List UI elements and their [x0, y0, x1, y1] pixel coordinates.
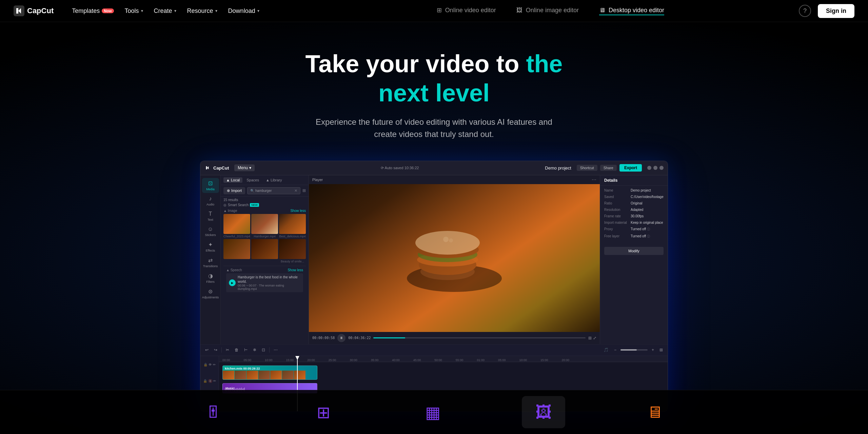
- bottom-nav-item-4[interactable]: 🖼: [522, 396, 565, 428]
- bottom-nav-item-5[interactable]: 🖥: [633, 396, 676, 428]
- clip-thumbnail: [270, 371, 282, 380]
- lock-icon[interactable]: 🔒: [203, 363, 208, 367]
- crop-button[interactable]: ⊡: [260, 347, 267, 353]
- bottom-nav-item-2[interactable]: ⊞: [303, 396, 344, 429]
- speech-item[interactable]: ▶ Hamburger is the best food in the whol…: [226, 273, 303, 292]
- grid-view-icon[interactable]: ⊞: [302, 188, 306, 193]
- spaces-tab[interactable]: Spaces: [244, 177, 262, 183]
- share-button[interactable]: Share: [600, 165, 617, 171]
- redo-button[interactable]: ↪: [213, 347, 219, 353]
- speech-show-less-link[interactable]: Show less: [288, 268, 303, 272]
- smart-search-label: ◎ Smart Search NEW: [223, 203, 306, 207]
- speech-play-button[interactable]: ▶: [229, 279, 236, 286]
- time-total: 00:04:36:22: [348, 336, 371, 340]
- media-panel: ▲ Local Spaces ▲ Library ⊕ Import 🔍 hamb…: [221, 175, 309, 344]
- signin-button[interactable]: Sign in: [818, 4, 854, 18]
- logo[interactable]: CapCut: [14, 5, 54, 16]
- search-close-icon[interactable]: ✕: [294, 189, 297, 193]
- audio-track-icon[interactable]: 🎵: [602, 347, 610, 353]
- nav-resource[interactable]: Resource ▾: [182, 5, 222, 17]
- mute-icon[interactable]: 🔇: [208, 379, 212, 383]
- video-content: [309, 184, 600, 332]
- import-button[interactable]: ⊕ Import: [223, 187, 245, 194]
- editor-menu-button[interactable]: Menu ▾: [234, 164, 255, 171]
- player-options-icon[interactable]: ⋯: [592, 177, 596, 182]
- nav-online-image-editor[interactable]: 🖼 Online image editor: [516, 7, 579, 15]
- split-button[interactable]: ⊢: [243, 347, 249, 353]
- list-item[interactable]: Hamburger.mp4: [251, 214, 278, 238]
- media-thumbnail[interactable]: [251, 239, 278, 259]
- list-item[interactable]: Best_delicious.mp4: [279, 214, 306, 238]
- fullscreen-button[interactable]: ⤢: [593, 336, 596, 340]
- media-icon: ⊡: [208, 180, 213, 186]
- help-button[interactable]: ?: [799, 5, 811, 17]
- filters-tab[interactable]: ◑ Filters: [202, 271, 219, 285]
- edit-icon[interactable]: ✏: [213, 363, 216, 367]
- player-label-text: Player: [312, 178, 323, 182]
- nav-templates[interactable]: Templates Now: [67, 5, 118, 17]
- list-item[interactable]: [223, 239, 250, 263]
- speech-subtext: 00:06 ~ 00:07 · The woman eating dumplin…: [238, 284, 300, 291]
- audio-edit-icon[interactable]: ✏: [213, 379, 216, 383]
- freeze-button[interactable]: ❄: [252, 347, 258, 353]
- media-grid: Cheerful_2023.mp4 Hamburger.mp4 Best_del…: [223, 214, 306, 263]
- media-thumbnail[interactable]: [223, 239, 250, 259]
- media-thumbnail[interactable]: [279, 239, 306, 259]
- speech-section-header: ▲ Speech Show less: [226, 268, 303, 272]
- transitions-tab[interactable]: ⇄ Transitions: [202, 255, 219, 270]
- nav-create[interactable]: Create ▾: [149, 5, 181, 17]
- export-button[interactable]: Export: [619, 164, 642, 172]
- detail-import-row: Import material Keep in original place: [604, 221, 664, 224]
- media-search-bar[interactable]: 🔍 hamburger ✕: [247, 187, 300, 194]
- undo-button[interactable]: ↩: [204, 347, 210, 353]
- close-button[interactable]: [659, 166, 664, 170]
- zoom-slider[interactable]: [620, 349, 648, 351]
- stickers-tab[interactable]: ☺ Stickers: [202, 224, 219, 239]
- zoom-out-button[interactable]: −: [613, 347, 618, 353]
- list-item[interactable]: Cheerful_2023.mp4: [223, 214, 250, 238]
- audio-lock-icon[interactable]: 🔒: [203, 379, 207, 383]
- effects-tab[interactable]: ✦ Effects: [202, 239, 219, 254]
- timeline-icon: ▦: [425, 403, 440, 422]
- nav-online-video-editor[interactable]: ⊞ Online video editor: [437, 6, 496, 15]
- audio-tab[interactable]: ♪ Audio: [202, 194, 219, 208]
- progress-bar[interactable]: [373, 337, 586, 338]
- delete-button[interactable]: 🗑: [233, 347, 240, 353]
- list-item[interactable]: [251, 239, 278, 263]
- text-tab[interactable]: T Text: [202, 209, 219, 223]
- bottom-nav-item-3[interactable]: ▦: [412, 396, 454, 429]
- nav-desktop-video-editor[interactable]: 🖥 Desktop video editor: [599, 7, 664, 15]
- list-item[interactable]: Beauty of smile...: [279, 239, 306, 263]
- fit-screen-button[interactable]: ⊞: [588, 336, 592, 340]
- zoom-in-button[interactable]: +: [650, 347, 655, 353]
- more-tools-icon[interactable]: ⋯: [272, 347, 279, 353]
- modify-button[interactable]: Modify: [604, 247, 664, 255]
- media-thumbnail[interactable]: [251, 214, 278, 234]
- media-thumbnail[interactable]: [279, 214, 306, 234]
- autosave-icon: ⟳: [381, 166, 384, 170]
- shortcut-button[interactable]: Shortcut: [577, 165, 597, 171]
- bottom-nav-item-1[interactable]: 🎚: [192, 396, 235, 428]
- video-clip[interactable]: kitchen.m4s 00:05:26:22: [222, 366, 317, 380]
- details-body: Name Demo project Saved C:/User/video/fo…: [600, 186, 668, 244]
- show-less-link[interactable]: Show less: [290, 209, 306, 213]
- import-icon: ⊕: [227, 189, 230, 193]
- clip-thumbnail: [258, 371, 270, 380]
- adjustments-tab[interactable]: ⊜ Adjustments: [202, 286, 219, 301]
- cut-button[interactable]: ✂: [224, 347, 231, 353]
- media-tab[interactable]: ⊡ Media: [202, 178, 219, 193]
- tools-chevron-icon: ▾: [141, 8, 143, 13]
- eye-icon[interactable]: 👁: [209, 363, 212, 367]
- library-tab[interactable]: ▲ Library: [263, 177, 285, 183]
- local-tab[interactable]: ▲ Local: [223, 177, 242, 183]
- minimize-button[interactable]: [647, 166, 651, 170]
- resource-chevron-icon: ▾: [215, 8, 217, 13]
- audio-track-controls: 🔒 🔇 ✏: [202, 375, 217, 387]
- nav-tools[interactable]: Tools ▾: [120, 5, 148, 17]
- nav-download[interactable]: Download ▾: [223, 5, 264, 17]
- maximize-button[interactable]: [653, 166, 657, 170]
- media-thumbnail[interactable]: [223, 214, 250, 234]
- fit-timeline-button[interactable]: ⊞: [658, 347, 664, 353]
- play-pause-button[interactable]: ⏸: [337, 334, 346, 342]
- details-header: Details: [600, 175, 668, 186]
